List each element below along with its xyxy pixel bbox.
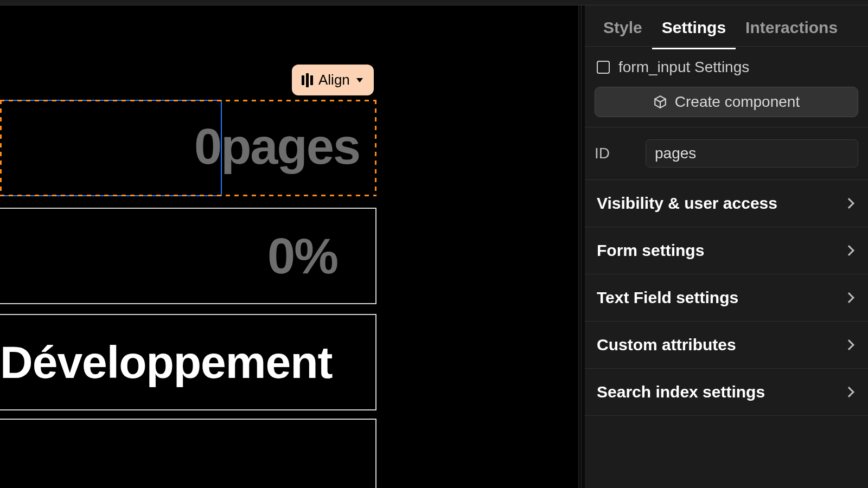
element-settings-title: form_input Settings — [618, 59, 749, 76]
canvas-empty-box[interactable] — [0, 419, 376, 488]
tab-interactions[interactable]: Interactions — [736, 5, 847, 48]
chevron-right-icon — [844, 198, 854, 209]
id-field-row: ID — [585, 127, 868, 179]
chevron-right-icon — [844, 292, 854, 303]
settings-panel: Style Settings Interactions form_input S… — [585, 5, 868, 488]
input-placeholder-text: 0% — [267, 228, 337, 285]
section-label: Custom attributes — [597, 336, 736, 354]
cube-icon — [653, 95, 667, 109]
selected-form-input[interactable]: 0pages — [0, 100, 376, 196]
section-label: Form settings — [597, 241, 704, 260]
section-form-settings[interactable]: Form settings — [585, 227, 868, 274]
canvas-heading-box[interactable]: Développement — [0, 314, 376, 410]
id-label: ID — [595, 145, 635, 162]
chevron-right-icon — [844, 245, 854, 256]
chevron-down-icon — [356, 78, 363, 82]
panel-tabs: Style Settings Interactions — [585, 5, 868, 47]
section-label: Visibility & user access — [597, 194, 777, 213]
section-custom-attributes[interactable]: Custom attributes — [585, 321, 868, 368]
align-button[interactable]: Align — [292, 65, 374, 95]
selection-outline-inner — [0, 100, 222, 196]
section-search-index-settings[interactable]: Search index settings — [585, 368, 868, 416]
element-settings-header: form_input Settings — [585, 47, 868, 84]
top-toolbar — [0, 0, 868, 5]
section-text-field-settings[interactable]: Text Field settings — [585, 274, 868, 321]
align-icon — [302, 73, 313, 87]
input-placeholder-text: 0pages — [194, 118, 360, 175]
tab-style[interactable]: Style — [593, 5, 652, 48]
id-input[interactable] — [646, 139, 858, 168]
tab-settings[interactable]: Settings — [652, 5, 736, 49]
panel-resize-handle[interactable] — [578, 5, 582, 488]
form-input-icon — [597, 61, 610, 74]
create-component-label: Create component — [675, 93, 800, 111]
chevron-right-icon — [844, 387, 854, 397]
create-component-button[interactable]: Create component — [595, 87, 858, 117]
chevron-right-icon — [844, 339, 854, 350]
canvas-input-percent[interactable]: 0% — [0, 208, 376, 304]
design-canvas[interactable]: Align 0pages 0% Développement — [0, 5, 582, 488]
heading-text: Développement — [0, 336, 333, 389]
align-button-label: Align — [318, 72, 350, 88]
section-visibility-access[interactable]: Visibility & user access — [585, 179, 868, 227]
section-label: Text Field settings — [597, 288, 738, 307]
section-label: Search index settings — [597, 383, 765, 401]
